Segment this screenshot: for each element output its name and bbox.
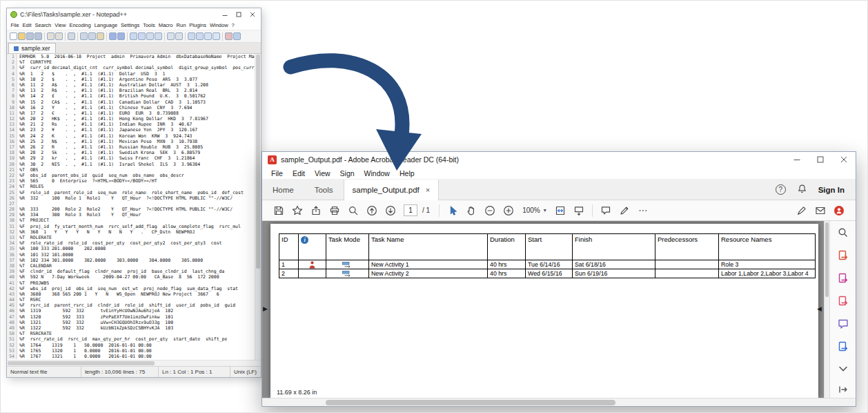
np-menu-edit[interactable]: Edit bbox=[21, 22, 33, 28]
np-horizontal-scrollbar[interactable] bbox=[7, 360, 261, 366]
sync-vertical-icon[interactable] bbox=[167, 32, 175, 40]
np-menu-help[interactable]: ? bbox=[230, 22, 236, 28]
rail-edit-pdf-icon[interactable] bbox=[837, 296, 849, 307]
np-maximize-button[interactable] bbox=[232, 9, 246, 19]
close-icon[interactable] bbox=[47, 32, 55, 40]
page-number-input[interactable]: 1 bbox=[404, 204, 417, 216]
print-icon[interactable] bbox=[68, 32, 75, 40]
rail-more-tools-chevron-icon[interactable] bbox=[837, 364, 849, 373]
cut-icon[interactable] bbox=[80, 32, 88, 40]
np-vertical-scroll-thumb[interactable] bbox=[256, 55, 260, 269]
indent-guide-icon[interactable] bbox=[204, 32, 212, 40]
find-icon[interactable] bbox=[345, 202, 362, 219]
word-wrap-icon[interactable] bbox=[188, 32, 195, 40]
fill-sign-icon[interactable] bbox=[793, 202, 810, 219]
np-menu-window[interactable]: Window bbox=[208, 22, 230, 28]
sign-in-button[interactable]: Sign In bbox=[818, 186, 845, 194]
zoom-out-icon[interactable] bbox=[155, 32, 162, 40]
np-menu-plugins[interactable]: Plugins bbox=[188, 22, 208, 28]
np-close-button[interactable] bbox=[246, 9, 259, 19]
ac-menu-view[interactable]: View bbox=[310, 169, 335, 177]
np-vertical-scrollbar[interactable] bbox=[255, 54, 261, 360]
tools-pane-collapse-icon[interactable]: ◀ bbox=[817, 304, 822, 314]
np-minimize-button[interactable] bbox=[218, 9, 232, 19]
rail-search-icon[interactable] bbox=[837, 227, 849, 238]
rail-comment-icon[interactable] bbox=[837, 318, 849, 329]
np-menu-file[interactable]: File bbox=[9, 22, 21, 28]
hand-tool-icon[interactable] bbox=[463, 202, 480, 219]
pdf-page[interactable]: IDiTask ModeTask NameDurationStartFinish… bbox=[270, 224, 818, 398]
open-file-icon[interactable] bbox=[18, 32, 26, 40]
paste-icon[interactable] bbox=[97, 32, 104, 40]
ac-horizontal-scrollbar[interactable] bbox=[262, 398, 856, 406]
zoom-in-icon[interactable] bbox=[500, 202, 517, 219]
favorites-star-icon[interactable] bbox=[289, 202, 306, 219]
np-menu-run[interactable]: Run bbox=[175, 22, 188, 28]
redo-icon[interactable] bbox=[117, 32, 125, 40]
share-icon[interactable] bbox=[308, 202, 324, 219]
tab-close-icon[interactable]: × bbox=[426, 186, 430, 194]
np-menu-tools[interactable]: Tools bbox=[141, 22, 157, 28]
np-tab-sample-xer[interactable]: sample.xer bbox=[8, 43, 56, 53]
notifications-bell-icon[interactable] bbox=[797, 184, 807, 195]
tab-tools[interactable]: Tools bbox=[304, 180, 344, 200]
np-titlebar[interactable]: C:\Files\Tasks\sample.xer - Notepad++ bbox=[7, 8, 261, 20]
ac-minimize-button[interactable] bbox=[785, 152, 809, 167]
ac-vertical-scroll-thumb[interactable] bbox=[825, 222, 829, 297]
find-icon[interactable] bbox=[130, 32, 137, 40]
function-list-icon[interactable] bbox=[213, 32, 220, 40]
fit-width-icon[interactable] bbox=[552, 202, 569, 219]
ac-menu-file[interactable]: File bbox=[266, 169, 288, 177]
comment-tool-icon[interactable] bbox=[598, 202, 614, 219]
np-menu-settings[interactable]: Settings bbox=[119, 22, 141, 28]
rail-open-pane-icon[interactable] bbox=[837, 385, 849, 394]
np-editor[interactable]: 1ERMHDR 5.0 2016-06-10 Project admin Pri… bbox=[7, 54, 255, 360]
more-tools-icon[interactable]: ⋯ bbox=[635, 202, 651, 219]
nav-pane-expand-icon[interactable]: ▶ bbox=[263, 304, 268, 314]
play-macro-icon[interactable] bbox=[233, 32, 241, 40]
profile-badge-icon[interactable] bbox=[831, 202, 847, 219]
close-all-icon[interactable] bbox=[55, 32, 63, 40]
highlight-tool-icon[interactable] bbox=[616, 202, 633, 219]
ac-menu-edit[interactable]: Edit bbox=[288, 169, 310, 177]
ac-titlebar[interactable]: A sample_Output.pdf - Adobe Acrobat Read… bbox=[262, 152, 856, 167]
tab-document[interactable]: sample_Output.pdf × bbox=[344, 180, 440, 200]
scrolling-mode-icon[interactable] bbox=[571, 202, 587, 219]
np-menu-search[interactable]: Search bbox=[33, 22, 53, 28]
rail-combine-files-icon[interactable] bbox=[837, 341, 849, 352]
show-all-chars-icon[interactable] bbox=[196, 32, 204, 40]
ac-vertical-scrollbar[interactable] bbox=[824, 221, 829, 398]
tab-home[interactable]: Home bbox=[262, 180, 304, 200]
np-menu-language[interactable]: Language bbox=[92, 22, 119, 28]
ac-menu-sign[interactable]: Sign bbox=[335, 169, 359, 177]
print-icon[interactable] bbox=[326, 202, 343, 219]
ac-menu-window[interactable]: Window bbox=[359, 169, 395, 177]
np-menu-view[interactable]: View bbox=[53, 22, 68, 28]
zoom-out-icon[interactable] bbox=[482, 202, 498, 219]
send-email-icon[interactable] bbox=[812, 202, 829, 219]
ac-page-canvas[interactable]: IDiTask ModeTask NameDurationStartFinish… bbox=[262, 221, 829, 398]
np-menu-encoding[interactable]: Encoding bbox=[68, 22, 92, 28]
next-page-icon[interactable] bbox=[382, 202, 399, 219]
save-icon[interactable] bbox=[270, 202, 287, 219]
previous-page-icon[interactable] bbox=[364, 202, 380, 219]
save-all-icon[interactable] bbox=[34, 32, 42, 40]
help-icon[interactable]: ? bbox=[776, 184, 786, 195]
zoom-level-select[interactable]: 100%▾ bbox=[519, 205, 550, 215]
undo-icon[interactable] bbox=[109, 32, 117, 40]
ac-close-button[interactable] bbox=[832, 152, 856, 167]
record-macro-icon[interactable] bbox=[225, 32, 233, 40]
save-icon[interactable] bbox=[26, 32, 34, 40]
select-tool-icon[interactable] bbox=[444, 202, 461, 219]
ac-maximize-button[interactable] bbox=[809, 152, 832, 167]
ac-horizontal-scroll-thumb[interactable] bbox=[326, 400, 615, 405]
rail-export-pdf-icon[interactable] bbox=[837, 250, 849, 261]
zoom-in-icon[interactable] bbox=[146, 32, 154, 40]
copy-icon[interactable] bbox=[88, 32, 96, 40]
replace-icon[interactable] bbox=[138, 32, 146, 40]
new-file-icon[interactable] bbox=[10, 32, 17, 40]
sync-horizontal-icon[interactable] bbox=[175, 32, 183, 40]
np-horizontal-scroll-thumb[interactable] bbox=[8, 361, 155, 365]
np-menu-macro[interactable]: Macro bbox=[157, 22, 175, 28]
ac-menu-help[interactable]: Help bbox=[395, 169, 420, 177]
